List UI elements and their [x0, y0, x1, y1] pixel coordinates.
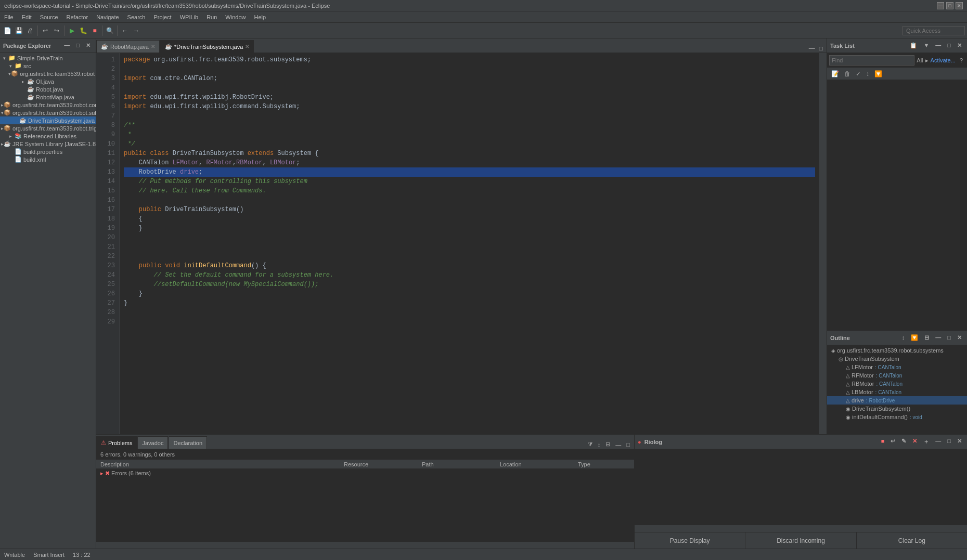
- clear-log-button[interactable]: Clear Log: [857, 532, 967, 549]
- minimize-button[interactable]: —: [937, 2, 944, 9]
- find-help-btn[interactable]: ?: [958, 56, 965, 64]
- tab-maximize-btn[interactable]: □: [818, 44, 824, 53]
- undo-button[interactable]: ↩: [40, 25, 50, 36]
- tab-robotmap[interactable]: ☕ RobotMap.java ✕: [96, 40, 160, 53]
- menu-refactor[interactable]: Refactor: [65, 14, 91, 21]
- back-button[interactable]: ←: [120, 25, 130, 36]
- outline-collapse-btn[interactable]: ⊟: [922, 333, 931, 342]
- menu-file[interactable]: File: [2, 14, 16, 21]
- new-button[interactable]: 📄: [2, 25, 12, 36]
- outline-item[interactable]: ◎DriveTrainSubsystem: [827, 355, 967, 363]
- tree-item[interactable]: ▸📦org.usfirst.frc.team3539.robot.command…: [0, 101, 96, 109]
- menu-wpilib[interactable]: WPILib: [178, 14, 200, 21]
- code-editor[interactable]: package org.usfirst.frc.team3539.robot.s…: [120, 53, 819, 434]
- run-button[interactable]: ▶: [67, 25, 77, 36]
- menu-navigate[interactable]: Navigate: [94, 14, 121, 21]
- tree-item[interactable]: ▸📚Referenced Libraries: [0, 132, 96, 140]
- riolog-scroll[interactable]: [635, 525, 967, 532]
- problems-sort-btn[interactable]: ↕: [596, 440, 603, 449]
- outline-item[interactable]: ◉initDefaultCommand(): void: [827, 413, 967, 421]
- discard-incoming-button[interactable]: Discard Incoming: [745, 532, 856, 549]
- outline-item[interactable]: △RFMotor: CANTalon: [827, 371, 967, 380]
- outline-item[interactable]: △LBMotor: CANTalon: [827, 388, 967, 396]
- save-button[interactable]: 💾: [14, 25, 24, 36]
- activate-link[interactable]: Activate...: [931, 57, 956, 63]
- debug-button[interactable]: 🐛: [78, 25, 88, 36]
- editor-area[interactable]: 1 2 3 4 5 6 7 8 9 10 11 12 13 14 15 16 1…: [96, 53, 827, 434]
- tree-item[interactable]: ▾📁src: [0, 62, 96, 70]
- tree-item[interactable]: ▸☕JRE System Library [JavaSE-1.8]: [0, 140, 96, 148]
- close-button[interactable]: ✕: [956, 2, 963, 9]
- tree-item[interactable]: ▾📦org.usfirst.frc.team3539.robot: [0, 70, 96, 77]
- riolog-close-btn[interactable]: ✕: [955, 437, 964, 447]
- menu-help[interactable]: Help: [252, 14, 268, 21]
- outline-filter-btn[interactable]: 🔽: [909, 333, 920, 342]
- pkg-close-btn[interactable]: ✕: [84, 41, 93, 50]
- tree-item[interactable]: ▾📁Simple-DriveTrain: [0, 54, 96, 62]
- task-sort-btn[interactable]: ↕: [864, 69, 871, 79]
- outline-item[interactable]: ◉DriveTrainSubsystem(): [827, 405, 967, 413]
- tab-drivetrainsubsystem-close[interactable]: ✕: [245, 44, 249, 49]
- riolog-add-btn[interactable]: ＋: [921, 437, 931, 447]
- tree-item[interactable]: ▾📦org.usfirst.frc.team3539.robot.subsyst…: [0, 109, 96, 116]
- task-close-btn[interactable]: ✕: [955, 41, 964, 50]
- maximize-button[interactable]: □: [946, 2, 953, 9]
- tree-item[interactable]: ☕Robot.java: [0, 85, 96, 93]
- problems-maximize-btn[interactable]: □: [624, 440, 632, 449]
- tree-item[interactable]: 📄build.xml: [0, 155, 96, 163]
- quick-access-input[interactable]: [902, 26, 965, 35]
- tree-item[interactable]: ▸📦org.usfirst.frc.team3539.robot.trigger…: [0, 124, 96, 132]
- search-button[interactable]: 🔍: [105, 25, 115, 36]
- outline-item[interactable]: △RBMotor: CANTalon: [827, 380, 967, 388]
- tree-item[interactable]: ☕RobotMap.java: [0, 93, 96, 101]
- task-filter-btn[interactable]: ▼: [921, 41, 931, 50]
- tab-robotmap-close[interactable]: ✕: [151, 44, 155, 49]
- riolog-delete-btn[interactable]: ✕: [910, 437, 919, 447]
- outline-sort-btn[interactable]: ↕: [900, 333, 907, 342]
- riolog-restart-btn[interactable]: ↩: [888, 437, 897, 447]
- tree-item[interactable]: ▸☕OI.java: [0, 77, 96, 85]
- task-mark-done-btn[interactable]: ✓: [854, 69, 863, 79]
- problems-scroll[interactable]: [96, 541, 634, 549]
- tab-javadoc[interactable]: Javadoc: [137, 436, 168, 449]
- stop-button[interactable]: ■: [89, 25, 100, 36]
- menu-window[interactable]: Window: [223, 14, 248, 21]
- find-input[interactable]: [829, 55, 914, 66]
- outline-item[interactable]: ◈org.usfirst.frc.team3539.robot.subsyste…: [827, 346, 967, 355]
- find-arrow[interactable]: ▸: [925, 57, 929, 64]
- outline-minimize-btn[interactable]: —: [933, 333, 943, 342]
- print-button[interactable]: 🖨: [25, 25, 35, 36]
- outline-close-btn[interactable]: ✕: [955, 333, 964, 342]
- pause-display-button[interactable]: Pause Display: [635, 532, 745, 549]
- outline-maximize-btn[interactable]: □: [945, 333, 953, 342]
- tree-item[interactable]: ☕DriveTrainSubsystem.java: [0, 116, 96, 124]
- task-delete-btn[interactable]: 🗑: [842, 69, 853, 79]
- tab-drivetrainsubsystem[interactable]: ☕ *DriveTrainSubsystem.java ✕: [160, 40, 254, 53]
- riolog-maximize-btn[interactable]: □: [945, 437, 953, 447]
- pkg-maximize-btn[interactable]: □: [74, 41, 82, 50]
- outline-item[interactable]: △drive: RobotDrive: [827, 396, 967, 405]
- tree-item[interactable]: 📄build.properties: [0, 148, 96, 155]
- problems-group-btn[interactable]: ⊟: [603, 440, 612, 449]
- problems-row-errors[interactable]: ▸ ✖ Errors (6 items): [96, 469, 634, 478]
- task-minimize-btn[interactable]: —: [933, 41, 943, 50]
- tab-declaration[interactable]: Declaration: [169, 436, 207, 449]
- menu-source[interactable]: Source: [38, 14, 60, 21]
- redo-button[interactable]: ↪: [51, 25, 62, 36]
- editor-scrollbar[interactable]: [819, 53, 827, 434]
- problems-minimize-btn[interactable]: —: [613, 440, 623, 449]
- riolog-stop-btn[interactable]: ■: [879, 437, 887, 447]
- task-filter2-btn[interactable]: 🔽: [872, 69, 884, 79]
- task-maximize-btn[interactable]: □: [945, 41, 953, 50]
- tab-problems[interactable]: ⚠ Problems: [96, 436, 137, 449]
- riolog-edit-btn[interactable]: ✎: [899, 437, 908, 447]
- problems-filter-btn[interactable]: ⧩: [586, 440, 595, 449]
- task-new-btn[interactable]: 📋: [908, 41, 919, 50]
- menu-edit[interactable]: Edit: [20, 14, 34, 21]
- menu-run[interactable]: Run: [204, 14, 219, 21]
- forward-button[interactable]: →: [131, 25, 141, 36]
- outline-item[interactable]: △LFMotor: CANTalon: [827, 363, 967, 371]
- task-new-task-btn[interactable]: 📝: [829, 69, 841, 79]
- menu-search[interactable]: Search: [125, 14, 148, 21]
- pkg-minimize-btn[interactable]: —: [62, 41, 72, 50]
